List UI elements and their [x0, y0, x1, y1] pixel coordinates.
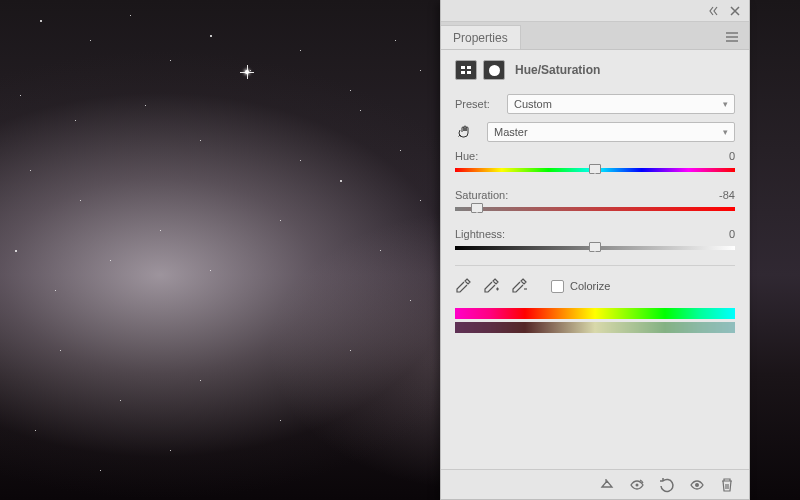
tab-bar: Properties [441, 22, 749, 50]
preset-row: Preset: Custom ▾ [455, 94, 735, 114]
preset-select[interactable]: Custom ▾ [507, 94, 735, 114]
saturation-value[interactable]: -84 [695, 189, 735, 201]
panel-body: Hue/Saturation Preset: Custom ▾ Master ▾… [441, 50, 749, 346]
hue-value[interactable]: 0 [695, 150, 735, 162]
saturation-gradient [455, 207, 735, 211]
properties-panel: Properties Hue/Saturation Preset: Custom… [440, 0, 750, 500]
eyedropper-minus-icon[interactable] [511, 278, 527, 294]
hue-label: Hue: [455, 150, 478, 162]
svg-point-4 [636, 483, 639, 486]
color-range-input-strip[interactable] [455, 308, 735, 319]
channel-select[interactable]: Master ▾ [487, 122, 735, 142]
colorize-label: Colorize [570, 280, 610, 292]
svg-rect-2 [461, 71, 465, 74]
lightness-label: Lightness: [455, 228, 505, 240]
svg-rect-1 [467, 66, 471, 69]
chevron-down-icon: ▾ [723, 127, 728, 137]
svg-rect-0 [461, 66, 465, 69]
reset-icon[interactable] [659, 477, 675, 493]
hue-slider-block: Hue: 0 [455, 150, 735, 175]
lightness-slider[interactable] [455, 243, 735, 253]
svg-point-5 [695, 483, 699, 487]
channel-row: Master ▾ [455, 122, 735, 142]
eyedropper-icon[interactable] [455, 278, 471, 294]
saturation-slider-block: Saturation: -84 [455, 189, 735, 214]
lightness-value[interactable]: 0 [695, 228, 735, 240]
svg-rect-3 [467, 71, 471, 74]
adjustment-title: Hue/Saturation [515, 63, 600, 77]
divider [455, 265, 735, 266]
colorize-row[interactable]: Colorize [551, 280, 610, 293]
adjustment-preset-icon[interactable] [455, 60, 477, 80]
preset-value: Custom [514, 98, 552, 110]
hue-slider[interactable] [455, 165, 735, 175]
saturation-thumb[interactable] [471, 203, 483, 213]
tab-label: Properties [453, 31, 508, 45]
collapse-icon[interactable] [709, 5, 721, 17]
panel-footer [441, 469, 749, 499]
eyedropper-plus-icon[interactable] [483, 278, 499, 294]
clip-to-layer-icon[interactable] [599, 477, 615, 493]
visibility-icon[interactable] [689, 477, 705, 493]
lightness-slider-block: Lightness: 0 [455, 228, 735, 253]
tab-properties[interactable]: Properties [441, 25, 521, 49]
close-icon[interactable] [729, 5, 741, 17]
eyedropper-row: Colorize [455, 278, 735, 294]
panel-titlebar [441, 0, 749, 22]
mask-icon[interactable] [483, 60, 505, 80]
chevron-down-icon: ▾ [723, 99, 728, 109]
saturation-label: Saturation: [455, 189, 508, 201]
lightness-thumb[interactable] [589, 242, 601, 252]
trash-icon[interactable] [719, 477, 735, 493]
targeted-adjust-icon[interactable] [455, 122, 475, 142]
hue-thumb[interactable] [589, 164, 601, 174]
preset-label: Preset: [455, 98, 501, 110]
saturation-slider[interactable] [455, 204, 735, 214]
adjustment-header: Hue/Saturation [455, 60, 735, 80]
color-range-output-strip[interactable] [455, 322, 735, 333]
panel-menu-icon[interactable] [725, 31, 739, 45]
channel-value: Master [494, 126, 528, 138]
colorize-checkbox[interactable] [551, 280, 564, 293]
view-previous-icon[interactable] [629, 477, 645, 493]
